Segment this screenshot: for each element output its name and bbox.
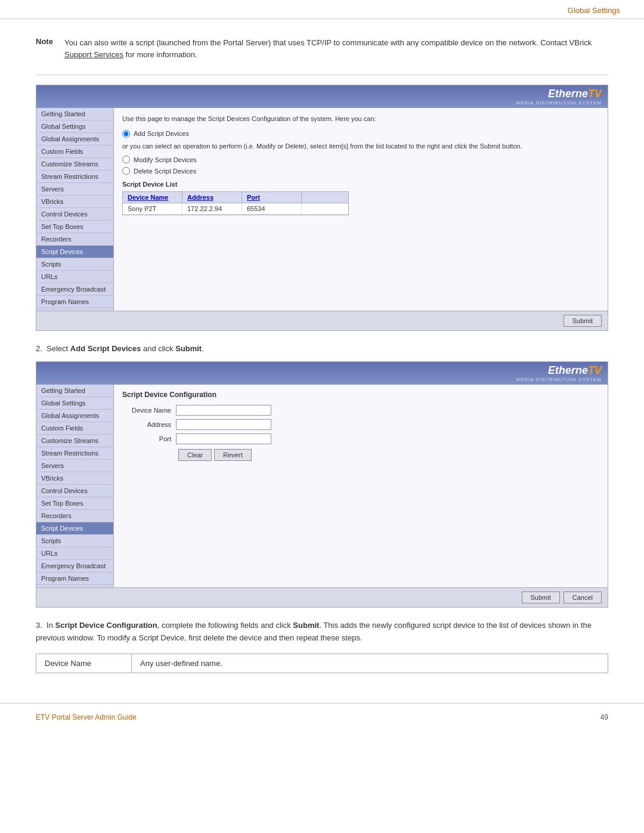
sidebar-item-script-devices[interactable]: Script Devices bbox=[36, 246, 113, 258]
sidebar2-item-custom-fields[interactable]: Custom Fields bbox=[36, 422, 113, 435]
etv-header-1: EtherneTV MEDIA DISTRIBUTION SYSTEM bbox=[36, 85, 608, 108]
info-table: Device Name Any user-defined name. bbox=[36, 654, 608, 673]
etv-main-1: Use this page to manage the Script Devic… bbox=[114, 108, 608, 311]
sidebar2-item-set-top-boxes[interactable]: Set Top Boxes bbox=[36, 497, 113, 510]
sidebar-item-global-assignments[interactable]: Global Assignments bbox=[36, 133, 113, 145]
sidebar2-item-access-logging[interactable]: Access Logging bbox=[36, 585, 113, 587]
sdl-col-address: Address bbox=[182, 192, 242, 203]
form-label-device-name: Device Name bbox=[122, 407, 176, 414]
sidebar2-item-customize-streams[interactable]: Customize Streams bbox=[36, 435, 113, 447]
step2-bold1: Add Script Devices bbox=[70, 344, 141, 353]
sidebar-item-global-settings[interactable]: Global Settings bbox=[36, 120, 113, 133]
submit-button-1[interactable]: Submit bbox=[564, 315, 602, 327]
form-row-device-name: Device Name bbox=[122, 405, 599, 416]
etv-main-2: Script Device Configuration Device Name … bbox=[114, 385, 608, 587]
sidebar-item-program-names[interactable]: Program Names bbox=[36, 296, 113, 308]
page-header: Global Settings bbox=[0, 0, 644, 19]
sidebar2-item-urls[interactable]: URLs bbox=[36, 547, 113, 560]
step3-text: 3. In Script Device Configuration, compl… bbox=[36, 620, 608, 645]
step3-number: 3. bbox=[36, 621, 42, 630]
etv-header-2: EtherneTV MEDIA DISTRIBUTION SYSTEM bbox=[36, 362, 608, 385]
separator-1 bbox=[36, 75, 608, 75]
cancel-button-2[interactable]: Cancel bbox=[564, 592, 602, 603]
sidebar2-item-recorders[interactable]: Recorders bbox=[36, 510, 113, 522]
step3-bold1: Script Device Configuration bbox=[55, 621, 157, 630]
sidebar2-item-script-devices[interactable]: Script Devices bbox=[36, 522, 113, 535]
sidebar2-item-vbricks[interactable]: VBricks bbox=[36, 472, 113, 485]
note-label: Note bbox=[36, 37, 57, 60]
sidebar-item-servers[interactable]: Servers bbox=[36, 183, 113, 196]
global-settings-link[interactable]: Global Settings bbox=[568, 6, 620, 15]
radio-add-label: Add Script Devices bbox=[134, 130, 189, 137]
sdl-col-device-name: Device Name bbox=[123, 192, 182, 203]
sdl-col-port: Port bbox=[242, 192, 302, 203]
sidebar2-item-global-settings[interactable]: Global Settings bbox=[36, 397, 113, 410]
support-services-link[interactable]: Support Services bbox=[64, 50, 123, 59]
main-content: Note You can also write a script (launch… bbox=[0, 19, 644, 685]
sdl-cell-port-0: 65534 bbox=[242, 203, 302, 214]
form-input-device-name[interactable] bbox=[176, 405, 271, 416]
form-label-address: Address bbox=[122, 421, 176, 428]
radio-modify-label: Modify Script Devices bbox=[134, 156, 197, 163]
form-buttons: Clear Revert bbox=[178, 449, 599, 461]
script-device-list-table: Device Name Address Port Sony P2T 172.22… bbox=[122, 191, 349, 215]
form-input-address[interactable] bbox=[176, 419, 271, 430]
sidebar2-item-scripts[interactable]: Scripts bbox=[36, 535, 113, 547]
etv-body-1: Getting Started Global Settings Global A… bbox=[36, 108, 608, 311]
etv-box-1: EtherneTV MEDIA DISTRIBUTION SYSTEM Gett… bbox=[36, 85, 608, 331]
etv-sidebar-2: Getting Started Global Settings Global A… bbox=[36, 385, 114, 587]
etv-logo-2: EtherneTV MEDIA DISTRIBUTION SYSTEM bbox=[516, 364, 602, 382]
table-row-device-name: Device Name Any user-defined name. bbox=[36, 654, 608, 673]
sidebar-item-stream-restrictions[interactable]: Stream Restrictions bbox=[36, 171, 113, 183]
form-input-port[interactable] bbox=[176, 433, 271, 444]
radio-modify-input[interactable] bbox=[122, 156, 130, 163]
sidebar-item-customize-streams[interactable]: Customize Streams bbox=[36, 158, 113, 171]
sidebar-item-set-top-boxes[interactable]: Set Top Boxes bbox=[36, 221, 113, 233]
sdl-row-0: Sony P2T 172.22.2.94 65534 bbox=[123, 203, 348, 215]
etv-box-2: EtherneTV MEDIA DISTRIBUTION SYSTEM Gett… bbox=[36, 361, 608, 608]
form-row-port: Port bbox=[122, 433, 599, 444]
footer-right: 49 bbox=[600, 713, 608, 721]
etv-logo-sub-1: MEDIA DISTRIBUTION SYSTEM bbox=[516, 100, 602, 106]
script-device-list-title: Script Device List bbox=[122, 181, 599, 188]
script-device-list-section: Script Device List Device Name Address P… bbox=[122, 181, 599, 215]
sidebar2-item-program-names[interactable]: Program Names bbox=[36, 572, 113, 585]
or-text-1: or you can select an operation to perfor… bbox=[122, 141, 599, 151]
etv-logo-1: EtherneTV MEDIA DISTRIBUTION SYSTEM bbox=[516, 88, 602, 106]
radio-add-script-devices[interactable]: Add Script Devices bbox=[122, 130, 599, 138]
clear-button[interactable]: Clear bbox=[178, 449, 212, 461]
etv-description-1: Use this page to manage the Script Devic… bbox=[122, 114, 599, 124]
config-form: Device Name Address Port Clear Revert bbox=[122, 405, 599, 461]
sidebar-item-getting-started[interactable]: Getting Started bbox=[36, 108, 113, 120]
submit-button-2[interactable]: Submit bbox=[522, 592, 560, 603]
etv-footer-2: Submit Cancel bbox=[36, 587, 608, 607]
step-2-label: 2. Select Add Script Devices and click S… bbox=[36, 343, 608, 355]
step2-bold2: Submit bbox=[175, 344, 202, 353]
etv-body-2: Getting Started Global Settings Global A… bbox=[36, 385, 608, 587]
page-footer: ETV Portal Server Admin Guide 49 bbox=[0, 703, 644, 731]
radio-delete-input[interactable] bbox=[122, 167, 130, 175]
sidebar2-item-servers[interactable]: Servers bbox=[36, 460, 113, 472]
sidebar-scroll-2: Getting Started Global Settings Global A… bbox=[36, 385, 113, 587]
radio-delete-script-devices[interactable]: Delete Script Devices bbox=[122, 167, 599, 175]
sidebar2-item-stream-restrictions[interactable]: Stream Restrictions bbox=[36, 447, 113, 460]
sidebar-item-urls[interactable]: URLs bbox=[36, 271, 113, 283]
sidebar-scroll-1: Getting Started Global Settings Global A… bbox=[36, 108, 113, 311]
sidebar-item-custom-fields[interactable]: Custom Fields bbox=[36, 145, 113, 158]
sidebar-item-vbricks[interactable]: VBricks bbox=[36, 196, 113, 208]
table-cell-label: Device Name bbox=[36, 654, 132, 673]
sidebar-item-control-devices[interactable]: Control Devices bbox=[36, 208, 113, 221]
sidebar-item-access-logging[interactable]: Access Logging bbox=[36, 308, 113, 311]
revert-button[interactable]: Revert bbox=[214, 449, 251, 461]
sidebar2-item-getting-started[interactable]: Getting Started bbox=[36, 385, 113, 397]
sidebar2-item-control-devices[interactable]: Control Devices bbox=[36, 485, 113, 497]
sidebar2-item-global-assignments[interactable]: Global Assignments bbox=[36, 410, 113, 422]
sidebar-item-emergency-broadcast[interactable]: Emergency Broadcast bbox=[36, 283, 113, 296]
sidebar2-item-emergency-broadcast[interactable]: Emergency Broadcast bbox=[36, 560, 113, 572]
step3-bold2: Submit bbox=[293, 621, 319, 630]
sidebar-item-recorders[interactable]: Recorders bbox=[36, 233, 113, 246]
sidebar-item-scripts[interactable]: Scripts bbox=[36, 258, 113, 271]
config-title: Script Device Configuration bbox=[122, 391, 599, 399]
radio-modify-script-devices[interactable]: Modify Script Devices bbox=[122, 156, 599, 163]
radio-add-input[interactable] bbox=[122, 130, 130, 138]
